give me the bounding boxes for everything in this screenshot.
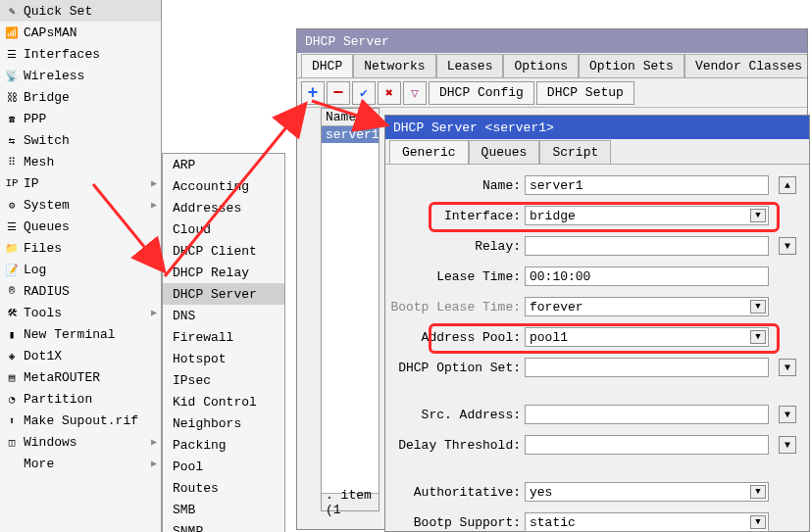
wifi-icon: 📡 [4, 68, 20, 83]
submenu-kid-control[interactable]: Kid Control [163, 391, 284, 412]
sidebar-item-metarouter[interactable]: ▤MetaROUTER [0, 366, 161, 388]
lease-time-field[interactable]: 00:10:00 [525, 266, 769, 286]
disable-button[interactable]: ✖ [378, 81, 401, 105]
window-toolbar: + − ✔ ✖ ▽ DHCP Config DHCP Setup [297, 78, 807, 108]
sidebar-item-more[interactable]: More▶ [0, 453, 161, 474]
add-button[interactable]: + [301, 81, 325, 105]
dlg-tab-script[interactable]: Script [539, 140, 611, 164]
bootp-lease-time-field[interactable]: forever▼ [525, 297, 769, 316]
sidebar-item-capsman[interactable]: 📶CAPsMAN [0, 22, 161, 43]
submenu-ipsec[interactable]: IPsec [163, 369, 284, 391]
windows-icon: ◫ [4, 434, 20, 450]
address-pool-field[interactable]: pool1▼ [525, 327, 769, 347]
submenu-hotspot[interactable]: Hotspot [163, 348, 284, 369]
sidebar-item-queues[interactable]: ☰Queues [0, 216, 161, 237]
sidebar-item-tools[interactable]: 🛠Tools▶ [0, 302, 161, 323]
submenu-cloud[interactable]: Cloud [163, 218, 284, 240]
server-list[interactable]: Name server1 . item (1 [321, 108, 380, 511]
dialog-tabbar: Generic Queues Script [385, 139, 809, 165]
up-button[interactable]: ▲ [779, 176, 796, 194]
tab-option-sets[interactable]: Option Sets [579, 54, 684, 77]
sidebar-item-make-supout[interactable]: ⬆Make Supout.rif [0, 410, 161, 431]
name-field[interactable]: server1 [525, 175, 769, 195]
tab-vendor-classes[interactable]: Vendor Classes [684, 54, 807, 77]
relay-expand-button[interactable]: ▼ [779, 237, 796, 255]
tab-dhcp[interactable]: DHCP [301, 54, 353, 77]
tab-leases[interactable]: Leases [436, 54, 504, 77]
submenu-pool[interactable]: Pool [163, 456, 284, 477]
bootp-support-field[interactable]: static▼ [525, 512, 769, 532]
files-icon: 📁 [4, 240, 20, 256]
sidebar-item-wireless[interactable]: 📡Wireless [0, 65, 161, 86]
dropdown-icon[interactable]: ▼ [750, 330, 766, 344]
src-address-label: Src. Address: [385, 408, 525, 422]
src-address-field[interactable] [525, 405, 769, 424]
submenu-arp[interactable]: ARP [163, 154, 284, 175]
src-address-expand-button[interactable]: ▼ [779, 406, 796, 423]
sidebar-item-interfaces[interactable]: ☰Interfaces [0, 43, 161, 65]
sidebar-item-radius[interactable]: ®RADIUS [0, 280, 161, 302]
enable-button[interactable]: ✔ [352, 81, 376, 105]
sidebar-item-ip[interactable]: IPIP▶ [0, 172, 161, 194]
delay-threshold-expand-button[interactable]: ▼ [779, 436, 796, 454]
dropdown-icon[interactable]: ▼ [750, 485, 766, 499]
gear-icon: ⚙ [4, 197, 20, 213]
list-header-name[interactable]: Name [322, 109, 379, 126]
relay-field[interactable] [525, 236, 769, 256]
dropdown-icon[interactable]: ▼ [750, 209, 766, 222]
sidebar-item-ppp[interactable]: ☎PPP [0, 108, 161, 129]
remove-button[interactable]: − [327, 81, 350, 105]
submenu-accounting[interactable]: Accounting [163, 175, 284, 197]
radius-icon: ® [4, 283, 20, 299]
chevron-right-icon: ▶ [151, 177, 157, 189]
submenu-dhcp-server[interactable]: DHCP Server [163, 283, 284, 305]
sidebar-item-mesh[interactable]: ⠿Mesh [0, 151, 161, 172]
submenu-addresses[interactable]: Addresses [163, 197, 284, 218]
dhcp-config-button[interactable]: DHCP Config [429, 81, 534, 105]
tab-networks[interactable]: Networks [353, 54, 435, 77]
bootp-lease-time-label: Bootp Lease Time: [385, 300, 525, 314]
sidebar-item-log[interactable]: 📝Log [0, 259, 161, 280]
filter-button[interactable]: ▽ [403, 81, 427, 105]
tab-options[interactable]: Options [503, 54, 579, 77]
dialog-form: Name: server1 ▲ Interface: bridge▼ Relay… [385, 165, 809, 532]
sidebar-item-bridge[interactable]: ⛓Bridge [0, 86, 161, 108]
sidebar-item-partition[interactable]: ◔Partition [0, 388, 161, 410]
submenu-dhcp-relay[interactable]: DHCP Relay [163, 262, 284, 283]
submenu-snmp[interactable]: SNMP [163, 520, 284, 532]
delay-threshold-field[interactable] [525, 435, 769, 455]
sidebar-item-new-terminal[interactable]: ▮New Terminal [0, 323, 161, 345]
dhcp-server-dialog: DHCP Server <server1> Generic Queues Scr… [384, 115, 810, 532]
sidebar-item-files[interactable]: 📁Files [0, 237, 161, 259]
sidebar-item-quick-set[interactable]: ✎Quick Set [0, 0, 161, 22]
sidebar-item-dot1x[interactable]: ◈Dot1X [0, 345, 161, 366]
authoritative-field[interactable]: yes▼ [525, 482, 769, 502]
submenu-firewall[interactable]: Firewall [163, 326, 284, 348]
interface-field[interactable]: bridge▼ [525, 206, 769, 225]
submenu-packing[interactable]: Packing [163, 434, 284, 456]
sidebar-item-system[interactable]: ⚙System▶ [0, 194, 161, 216]
submenu-neighbors[interactable]: Neighbors [163, 412, 284, 434]
chevron-right-icon: ▶ [151, 436, 157, 448]
mesh-icon: ⠿ [4, 154, 20, 169]
dialog-titlebar[interactable]: DHCP Server <server1> [385, 116, 809, 139]
dlg-tab-generic[interactable]: Generic [389, 140, 469, 164]
name-label: Name: [385, 178, 525, 193]
sidebar-item-windows[interactable]: ◫Windows▶ [0, 431, 161, 453]
sidebar-item-switch[interactable]: ⇆Switch [0, 129, 161, 151]
dhcp-option-set-field[interactable] [525, 358, 769, 377]
submenu-routes[interactable]: Routes [163, 477, 284, 499]
bootp-support-label: Bootp Support: [385, 515, 525, 530]
dhcp-setup-button[interactable]: DHCP Setup [536, 81, 634, 105]
submenu-dns[interactable]: DNS [163, 305, 284, 326]
option-set-expand-button[interactable]: ▼ [779, 359, 796, 376]
dropdown-icon[interactable]: ▼ [750, 515, 766, 529]
submenu-smb[interactable]: SMB [163, 499, 284, 520]
metarouter-icon: ▤ [4, 369, 20, 385]
submenu-dhcp-client[interactable]: DHCP Client [163, 240, 284, 262]
dlg-tab-queues[interactable]: Queues [469, 140, 540, 164]
window-titlebar[interactable]: DHCP Server [297, 29, 807, 53]
list-row-server1[interactable]: server1 [322, 126, 379, 143]
dropdown-icon[interactable]: ▼ [750, 300, 766, 314]
ppp-icon: ☎ [4, 111, 20, 126]
